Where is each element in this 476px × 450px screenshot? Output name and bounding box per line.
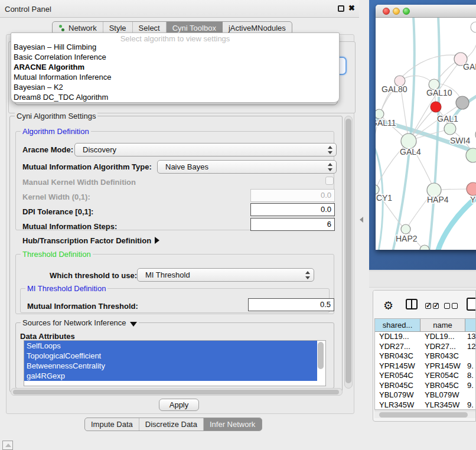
- network-node-y[interactable]: [467, 182, 476, 195]
- network-node[interactable]: [420, 245, 429, 250]
- manual-kernel-checkbox[interactable]: [325, 177, 334, 185]
- tab-label: Infer Network: [210, 420, 255, 429]
- scrollbar-thumb[interactable]: [13, 390, 339, 394]
- network-canvas[interactable]: GALGAL80GAL10GAL1GAL11SWI4GAL4GCY1HAP4YH…: [376, 18, 476, 250]
- dpi-tolerance-field[interactable]: 0.0: [250, 203, 335, 216]
- hub-definition-expander[interactable]: Hub/Transcription Factor Definition: [22, 236, 159, 245]
- scrollbar-thumb[interactable]: [345, 119, 351, 383]
- table-cell: [465, 390, 476, 400]
- tab-discretize-data[interactable]: Discretize Data: [139, 418, 204, 431]
- column-header[interactable]: [465, 319, 476, 331]
- panel-divider-handle[interactable]: [360, 217, 363, 223]
- node-label-gal10: GAL10: [426, 88, 452, 97]
- sources-legend[interactable]: Sources for Network Inference: [21, 318, 139, 327]
- manual-kernel-label: Manual Kernel Width Definition: [22, 178, 136, 187]
- node-attribute-table[interactable]: shared...name YDL19...YDL19...13YDR27...…: [374, 318, 476, 410]
- select-all-checkboxes-icon[interactable]: [425, 301, 441, 311]
- algorithm-list: Bayesian – Hill ClimbingBasic Correlatio…: [11, 42, 339, 102]
- attribute-item[interactable]: BetweennessCentrality: [24, 361, 317, 371]
- algorithm-option[interactable]: Mutual Information Inference: [11, 72, 339, 82]
- table-cell: YBR043C: [420, 351, 465, 361]
- scrollbar-thumb[interactable]: [379, 412, 468, 418]
- table-cell: YBR045C: [375, 381, 420, 391]
- settings-vertical-scrollbar[interactable]: [344, 116, 353, 389]
- table-cell: [465, 351, 476, 361]
- dock-panel-icon[interactable]: [2, 441, 13, 450]
- combo-stepper-icon: [327, 163, 332, 171]
- table-row[interactable]: YDL19...YDL19...13: [375, 332, 476, 342]
- list-scrollbar[interactable]: [318, 342, 324, 369]
- network-nodes[interactable]: [376, 53, 476, 250]
- kernel-width-field[interactable]: 0.0: [250, 189, 335, 202]
- table-toolbar: ⚙: [373, 291, 475, 318]
- node-label-gal11: GAL11: [376, 118, 396, 128]
- table-cell: YER054C: [420, 371, 465, 381]
- column-header[interactable]: shared...: [375, 319, 420, 331]
- table-row[interactable]: YER054CYER054C8.: [375, 371, 476, 381]
- table-cell: 12: [465, 342, 476, 352]
- table-row[interactable]: YPR145WYPR145W9.: [375, 361, 476, 371]
- algorithm-option[interactable]: Basic Correlation Inference: [11, 52, 339, 62]
- network-node-gal11[interactable]: [376, 109, 384, 119]
- zoom-traffic-light-icon[interactable]: [403, 8, 410, 15]
- minimize-traffic-light-icon[interactable]: [393, 8, 400, 15]
- node-label-gcy1: GCY1: [376, 193, 392, 203]
- table-cell: YER054C: [375, 371, 420, 381]
- mi-steps-field[interactable]: 6: [250, 218, 335, 231]
- close-traffic-light-icon[interactable]: [383, 8, 390, 15]
- table-cell: 9.: [465, 400, 476, 410]
- network-node-hap2[interactable]: [401, 224, 410, 234]
- table-row[interactable]: YLR345WYLR345W9.: [375, 400, 476, 410]
- network-node-gal1[interactable]: [444, 123, 456, 135]
- control-panel-window: Control Panel ✖ NetworkStyleSelectCyni T…: [0, 0, 359, 450]
- algorithm-dropdown-popup: Select algorithm to view settings Bayesi…: [11, 32, 340, 103]
- kernel-width-label: Kernel Width (0,1):: [22, 193, 90, 201]
- network-window[interactable]: GALGAL80GAL10GAL1GAL11SWI4GAL4GCY1HAP4YH…: [376, 5, 476, 250]
- table-row[interactable]: YBR045CYBR045C9.: [375, 381, 476, 391]
- gear-icon[interactable]: ⚙: [383, 299, 393, 312]
- network-window-titlebar[interactable]: [376, 5, 476, 18]
- table-cell: YBL079W: [375, 390, 420, 400]
- add-column-icon[interactable]: [467, 298, 476, 311]
- table-row[interactable]: YBL079WYBL079W: [375, 390, 476, 400]
- algorithm-option[interactable]: Bayesian – K2: [11, 82, 339, 92]
- deselect-all-checkboxes-icon[interactable]: [444, 301, 459, 311]
- node-label-gal: GAL: [463, 62, 476, 71]
- algorithm-option[interactable]: ARACNE Algorithm: [11, 62, 339, 72]
- attribute-item[interactable]: SelfLoops: [24, 341, 317, 351]
- mi-type-combo[interactable]: Naive Bayes: [157, 160, 337, 174]
- column-header[interactable]: name: [420, 319, 465, 331]
- data-attributes-list[interactable]: SelfLoopsTopologicalCoefficientBetweenne…: [24, 340, 326, 386]
- settings-horizontal-scrollbar[interactable]: [11, 388, 343, 396]
- algorithm-option[interactable]: Bayesian – Hill Climbing: [11, 42, 339, 52]
- node-label-gal80: GAL80: [382, 84, 407, 94]
- table-row[interactable]: YBR043CYBR043C: [375, 351, 476, 361]
- mi-threshold-label: Mutual Information Threshold:: [27, 302, 138, 311]
- cyni-settings-legend: Cyni Algorithm Settings: [15, 112, 97, 120]
- apply-button[interactable]: Apply: [159, 399, 199, 411]
- which-threshold-value: MI Threshold: [145, 270, 190, 279]
- network-icon: [58, 25, 66, 32]
- checked-box-icon: [425, 303, 431, 309]
- table-row[interactable]: YDR27...YDR27...12: [375, 342, 476, 352]
- close-icon[interactable]: ✖: [348, 4, 355, 12]
- table-horizontal-scrollbar[interactable]: [374, 410, 476, 418]
- network-node[interactable]: [431, 102, 441, 112]
- which-threshold-combo[interactable]: MI Threshold: [137, 268, 314, 282]
- network-node[interactable]: [456, 96, 469, 109]
- node-label-hap4: HAP4: [427, 195, 449, 204]
- show-columns-icon[interactable]: [406, 299, 418, 309]
- algorithm-definition-legend: Algorithm Definition: [21, 127, 91, 136]
- float-window-icon[interactable]: [338, 5, 344, 12]
- threshold-definition-legend: Threshold Definition: [21, 250, 93, 259]
- attribute-item[interactable]: gal4RGexp: [24, 371, 317, 381]
- table-cell: 13: [465, 332, 476, 342]
- aracne-mode-combo[interactable]: Discovery: [74, 143, 337, 156]
- tab-impute-data[interactable]: Impute Data: [85, 418, 139, 431]
- algorithm-option[interactable]: Dream8 DC_TDC Algorithm: [11, 92, 339, 102]
- algorithm-placeholder: Select algorithm to view settings: [11, 33, 339, 42]
- tab-infer-network[interactable]: Infer Network: [204, 418, 262, 431]
- attribute-item[interactable]: TopologicalCoefficient: [24, 351, 317, 361]
- mi-threshold-field[interactable]: 0.5: [248, 298, 334, 311]
- table-cell: YPR145W: [420, 361, 465, 371]
